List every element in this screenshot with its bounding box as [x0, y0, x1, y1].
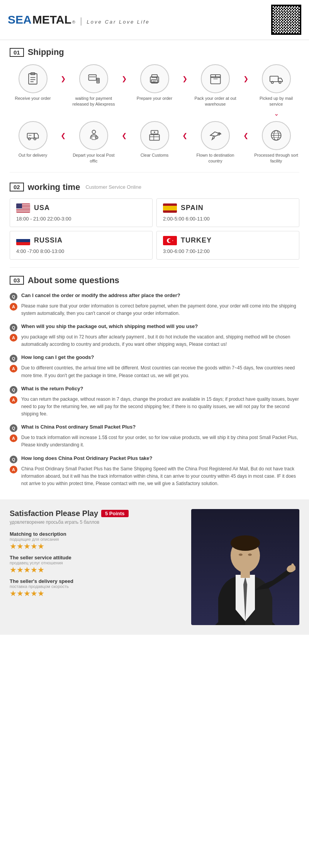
qr-code	[271, 5, 301, 35]
arrow-1: ❯	[61, 75, 66, 82]
rating-1-label: Matching to description	[10, 531, 183, 537]
svg-rect-53	[16, 242, 30, 245]
section-01-num: 01	[10, 48, 24, 57]
step-prepare-label: Prepare your order	[137, 96, 172, 101]
person-svg	[195, 513, 295, 625]
svg-rect-45	[16, 209, 30, 210]
section-03-title: 03 About some questions	[10, 275, 299, 285]
logo: SEA METAL ® | Love Car Love Life	[8, 13, 150, 26]
country-row-spain: SPAIN	[163, 203, 293, 213]
svg-point-24	[28, 138, 30, 140]
time-box-russia: RUSSIA 4:00 -7:00 8:00-13:00	[10, 231, 153, 260]
badge-q-4: Q	[10, 386, 17, 394]
customs-icon	[148, 128, 161, 142]
clipboard-icon	[26, 72, 40, 86]
section-02-label: working time	[28, 182, 80, 192]
section-02-num: 02	[10, 183, 24, 191]
faq-q-3-text: How long can I get the goods?	[21, 354, 94, 360]
satisfaction-section: Satisfaction Please Play 5 Points удовле…	[0, 499, 309, 635]
badge-a-5: A	[10, 434, 17, 442]
postman-icon	[87, 128, 101, 142]
time-grid: USA 18:00 - 21:00 22:00-3:00 SPAIN 2:00-…	[10, 198, 299, 260]
faq-a-6: A China Post Oridinary Small Packet Plus…	[10, 465, 299, 488]
section-01-title: 01 Shipping	[10, 47, 299, 57]
svg-rect-51	[16, 236, 30, 239]
svg-rect-7	[97, 78, 99, 83]
rating-3-stars: ★★★★★	[10, 589, 183, 598]
section-03-label: About some questions	[28, 275, 119, 285]
country-time-usa: 18:00 - 21:00 22:00-3:00	[16, 216, 71, 222]
country-name-russia: RUSSIA	[34, 236, 63, 244]
faq-a-2: A you package will ship out in 72 hours …	[10, 333, 299, 348]
svg-point-29	[95, 136, 98, 139]
svg-point-65	[248, 554, 252, 556]
svg-rect-16	[211, 77, 220, 84]
svg-rect-6	[88, 76, 96, 77]
country-time-russia: 4:00 -7:00 8:00-13:00	[16, 248, 64, 254]
rating-2-label: The seller service attitude	[10, 555, 183, 560]
truck-icon	[269, 72, 283, 86]
rating-3-label: The seller's delivery speed	[10, 578, 183, 584]
logo-divider: |	[80, 16, 82, 26]
step-sort-label: Processed through sort facility	[253, 152, 299, 164]
arrow-2: ❯	[122, 75, 127, 82]
sat-title: Satisfaction Please Play	[10, 509, 98, 518]
globe-icon	[269, 128, 283, 142]
country-name-spain: SPAIN	[181, 204, 204, 212]
svg-point-21	[271, 81, 273, 83]
step-customs-label: Clear Customs	[141, 152, 169, 158]
logo-metal: METAL	[32, 13, 71, 26]
svg-rect-0	[29, 73, 37, 84]
country-row-usa: USA	[16, 203, 146, 213]
arrow-l1: ❮	[61, 132, 66, 139]
flag-russia	[16, 236, 30, 245]
svg-rect-48	[16, 203, 22, 208]
faq-q-6-text: How long does China Post Oridinary Packe…	[21, 455, 153, 461]
flag-spain	[163, 203, 177, 213]
svg-point-22	[279, 81, 281, 83]
faq-item-5: Q What is China Post ordinary Small Pack…	[10, 424, 299, 449]
faq-a-2-text: you package will ship out in 72 hours af…	[21, 333, 299, 348]
faq-q-4-text: What is the return Policy?	[21, 386, 83, 391]
faq-item-6: Q How long does China Post Oridinary Pac…	[10, 455, 299, 488]
step-payment: waiting for payment released by Aliexpre…	[71, 64, 117, 108]
step-payment-circle	[79, 64, 108, 93]
time-box-spain: SPAIN 2:00-5:00 6:00-11:00	[156, 198, 299, 227]
person-image	[191, 509, 299, 625]
badge-q-3: Q	[10, 355, 17, 362]
outdelivery-icon	[26, 128, 40, 142]
svg-point-63	[231, 535, 260, 551]
flag-turkey	[163, 236, 177, 245]
faq-q-3: Q How long can I get the goods?	[10, 354, 299, 362]
arrow-down: ⌄	[274, 110, 279, 117]
payment-icon	[87, 72, 101, 86]
country-name-turkey: TURKEY	[181, 236, 212, 244]
faq-q-4: Q What is the return Policy?	[10, 386, 299, 394]
country-name-usa: USA	[34, 204, 50, 212]
step-flown-circle	[201, 121, 230, 150]
badge-a-3: A	[10, 365, 17, 372]
rating-1-stars: ★★★★★	[10, 542, 183, 551]
faq-a-3: A Due to different countries, the arriva…	[10, 364, 299, 379]
divider-2	[10, 267, 299, 268]
faq-item-1: Q Can I cancel the order or modify the a…	[10, 292, 299, 317]
step-receive-label: Receive your order	[15, 96, 51, 101]
faq-item-3: Q How long can I get the goods? A Due to…	[10, 354, 299, 379]
faq-a-4-text: You can return the package, without reas…	[21, 396, 299, 418]
step-payment-label: waiting for payment released by Aliexpre…	[71, 96, 117, 108]
step-flown-label: Flown to destination country	[192, 152, 239, 164]
faq-q-6: Q How long does China Post Oridinary Pac…	[10, 455, 299, 463]
step-depart: Depart your local Post offic	[71, 121, 117, 164]
section-01-label: Shipping	[28, 47, 64, 57]
svg-rect-52	[16, 239, 30, 242]
rating-2-sub: продавец услуг отношения	[10, 560, 183, 565]
step-flown: Flown to destination country	[192, 121, 239, 164]
faq-a-3-text: Due to different countries, the arrival …	[21, 364, 299, 379]
arrow-l4: ❮	[243, 132, 248, 139]
time-box-turkey: TURKEY 3:00-6:00 7:00-12:00	[156, 231, 299, 260]
section-03-num: 03	[10, 276, 24, 285]
country-row-turkey: TURKEY	[163, 236, 293, 245]
faq-a-1: A Please make sure that your order infor…	[10, 302, 299, 317]
rating-2: The seller service attitude продавец усл…	[10, 555, 183, 574]
badge-q-2: Q	[10, 324, 17, 331]
